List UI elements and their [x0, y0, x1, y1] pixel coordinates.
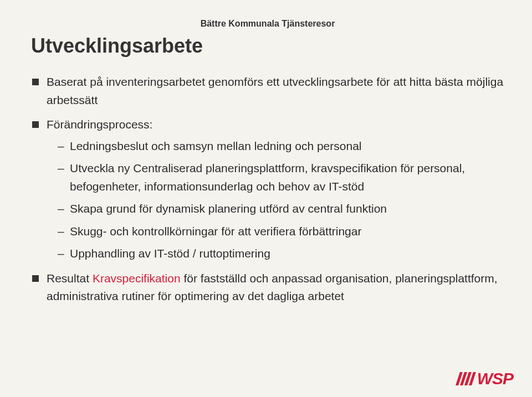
- square-bullet-icon: [32, 79, 39, 85]
- bullet-list: Baserat på inventeringsarbetet genomförs…: [31, 73, 504, 306]
- square-bullet-icon: [32, 121, 39, 128]
- header-label: Bättre Kommunala Tjänsteresor: [31, 19, 504, 29]
- bullet-item: Baserat på inventeringsarbetet genomförs…: [31, 73, 504, 109]
- logo-bars-icon: [458, 372, 474, 385]
- wsp-logo: WSP: [458, 369, 513, 388]
- dash-item: Utveckla ny Centraliserad planeringsplat…: [58, 159, 504, 195]
- bullet-item: Resultat Kravspecifikation för fastställ…: [31, 270, 504, 306]
- dash-text: Ledningsbeslut och samsyn mellan ledning…: [70, 140, 362, 152]
- dash-text: Upphandling av IT-stöd / ruttoptimering: [70, 247, 270, 260]
- dash-item: Skugg- och kontrollkörningar för att ver…: [58, 223, 504, 241]
- page-title: Utvecklingsarbete: [31, 34, 504, 58]
- slide: Bättre Kommunala Tjänsteresor Utveckling…: [0, 0, 532, 397]
- bullet-item: Förändringsprocess: Ledningsbeslut och s…: [31, 116, 504, 263]
- dash-text: Skugg- och kontrollkörningar för att ver…: [70, 225, 361, 238]
- dash-list: Ledningsbeslut och samsyn mellan ledning…: [58, 137, 504, 263]
- dash-item: Ledningsbeslut och samsyn mellan ledning…: [58, 137, 504, 156]
- bullet-text: Baserat på inventeringsarbetet genomförs…: [47, 75, 503, 106]
- logo-text: WSP: [477, 369, 513, 388]
- square-bullet-icon: [32, 275, 39, 282]
- dash-text: Utveckla ny Centraliserad planeringsplat…: [70, 162, 465, 193]
- dash-item: Skapa grund för dynamisk planering utför…: [58, 200, 504, 218]
- bullet-text: Förändringsprocess:: [47, 118, 152, 131]
- dash-item: Upphandling av IT-stöd / ruttoptimering: [58, 245, 504, 263]
- bullet-text-highlight: Kravspecifikation: [93, 272, 181, 285]
- dash-text: Skapa grund för dynamisk planering utför…: [70, 202, 387, 215]
- bullet-text-prefix: Resultat: [47, 272, 93, 285]
